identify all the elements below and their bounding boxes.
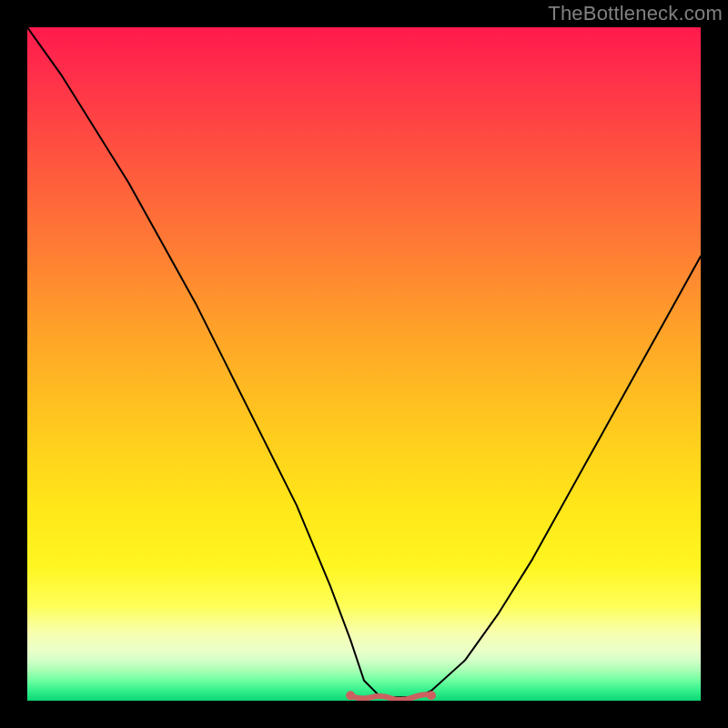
bottleneck-curve xyxy=(27,27,701,697)
watermark-text: TheBottleneck.com xyxy=(548,2,723,25)
optimal-endpoint-right xyxy=(427,691,436,700)
curve-layer xyxy=(27,27,701,701)
chart-frame: TheBottleneck.com xyxy=(0,0,728,728)
optimal-flat-segment xyxy=(350,694,431,700)
optimal-endpoint-left xyxy=(346,691,355,700)
plot-area xyxy=(27,27,701,701)
